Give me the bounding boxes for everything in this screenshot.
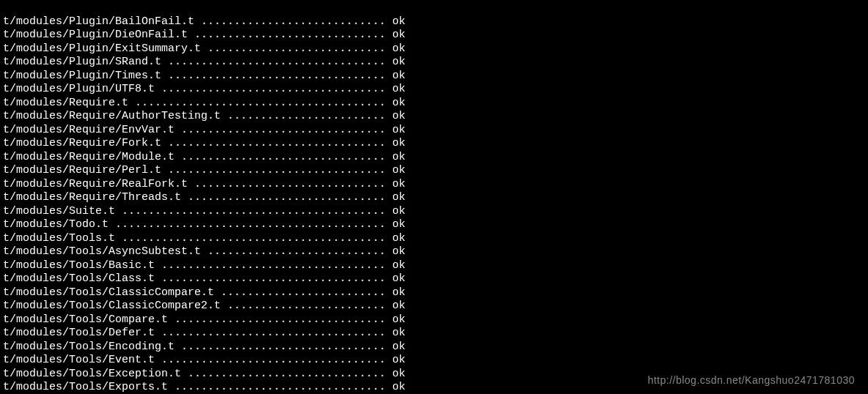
test-status: ok [392,381,405,393]
test-result-line: t/modules/Require/Module.t .............… [3,151,865,165]
dots-fill: ........................................ [115,205,392,218]
test-status: ok [392,354,405,366]
dots-fill: ............................. [188,178,392,190]
dots-fill: ................................ [168,381,392,393]
test-status: ok [392,83,405,95]
test-status: ok [392,313,405,326]
test-status: ok [392,272,405,285]
test-path: t/modules/Suite.t [3,205,115,218]
test-result-line: t/modules/Require/Threads.t ............… [3,191,865,205]
dots-fill: ........................ [221,110,392,122]
dots-fill: .................................. [155,354,392,366]
test-path: t/modules/Tools/ClassicCompare.t [3,286,214,299]
test-path: t/modules/Tools/Class.t [3,272,155,285]
test-status: ok [392,218,405,231]
test-path: t/modules/Require/Module.t [3,151,174,163]
test-result-line: t/modules/Plugin/DieOnFail.t ...........… [3,29,865,42]
test-path: t/modules/Tools/Encoding.t [3,341,174,353]
test-path: t/modules/Tools/Event.t [3,354,155,366]
dots-fill: ............................ [194,15,392,28]
test-status: ok [392,178,405,190]
test-path: t/modules/Plugin/SRand.t [3,56,161,68]
test-path: t/modules/Require/AuthorTesting.t [3,110,221,122]
test-path: t/modules/Tools.t [3,232,115,245]
test-status: ok [392,29,405,41]
dots-fill: ................................. [161,137,392,149]
test-status: ok [392,137,405,149]
test-result-line: t/modules/Require.t ....................… [3,97,865,111]
test-path: t/modules/Require/RealFork.t [3,178,188,190]
test-result-line: t/modules/Tools/Encoding.t .............… [3,341,865,354]
test-path: t/modules/Plugin/UTF8.t [3,83,155,95]
test-status: ok [392,56,405,68]
test-path: t/modules/Tools/ClassicCompare2.t [3,300,221,312]
test-result-line: t/modules/Require/EnvVar.t .............… [3,124,865,138]
dots-fill: ............................... [174,124,392,136]
watermark-text: http://blog.csdn.net/Kangshuo2471781030 [647,373,855,387]
test-status: ok [392,70,405,82]
test-result-line: t/modules/Plugin/UTF8.t ................… [3,83,865,97]
test-status: ok [392,368,405,380]
test-path: t/modules/Plugin/DieOnFail.t [3,29,188,41]
test-result-line: t/modules/Tools/ClassicCompare.t .......… [3,286,865,300]
test-result-line: t/modules/Plugin/SRand.t ...............… [3,56,865,70]
test-status: ok [392,245,405,258]
test-path: t/modules/Require/Fork.t [3,137,161,149]
test-path: t/modules/Tools/Defer.t [3,327,155,339]
dots-fill: ........................... [201,245,392,258]
test-path: t/modules/Plugin/ExitSummary.t [3,42,201,55]
test-result-line: t/modules/Tools/Class.t ................… [3,272,865,286]
test-result-line: t/modules/Tools/ClassicCompare2.t ......… [3,300,865,313]
dots-fill: ........................................ [115,232,392,245]
test-status: ok [392,97,405,109]
dots-fill: ................................. [161,56,392,68]
test-result-line: t/modules/Plugin/BailOnFail.t ..........… [3,15,865,29]
test-status: ok [392,124,405,136]
dots-fill: ........................ [221,300,392,312]
dots-fill: .................................. [155,272,392,285]
dots-fill: ................................. [161,70,392,82]
dots-fill: .................................. [155,259,392,272]
test-result-line: t/modules/Tools.t ......................… [3,232,865,246]
test-path: t/modules/Tools/Compare.t [3,313,168,326]
test-path: t/modules/Require/Threads.t [3,191,181,204]
test-status: ok [392,341,405,353]
test-result-line: t/modules/Tools/Basic.t ................… [3,259,865,273]
test-status: ok [392,151,405,163]
test-path: t/modules/Require/Perl.t [3,164,161,176]
dots-fill: ........................... [201,42,392,55]
test-status: ok [392,191,405,204]
test-result-line: t/modules/Plugin/Times.t ...............… [3,70,865,83]
dots-fill: ................................ [168,313,392,326]
test-status: ok [392,15,405,28]
test-path: t/modules/Require/EnvVar.t [3,124,174,136]
test-result-line: t/modules/Tools/Defer.t ................… [3,327,865,341]
terminal-output: t/modules/Plugin/BailOnFail.t ..........… [0,0,868,394]
dots-fill: .................................. [155,83,392,95]
test-result-line: t/modules/Tools/Event.t ................… [3,354,865,368]
test-status: ok [392,42,405,55]
test-path: t/modules/Tools/Exception.t [3,368,181,380]
test-result-line: t/modules/Require/Fork.t ...............… [3,137,865,151]
test-status: ok [392,286,405,299]
test-path: t/modules/Plugin/Times.t [3,70,161,82]
dots-fill: ......................... [214,286,392,299]
test-result-line: t/modules/Suite.t ......................… [3,205,865,219]
test-path: t/modules/Tools/AsyncSubtest.t [3,245,201,258]
test-result-line: t/modules/Plugin/ExitSummary.t .........… [3,42,865,56]
dots-fill: ...................................... [128,97,392,109]
test-path: t/modules/Tools/Basic.t [3,259,155,272]
test-path: t/modules/Require.t [3,97,128,109]
test-status: ok [392,110,405,122]
dots-fill: ............................... [174,341,392,353]
test-result-line: t/modules/Tools/Compare.t ..............… [3,313,865,327]
test-status: ok [392,300,405,312]
test-status: ok [392,259,405,272]
test-path: t/modules/Tools/Exports.t [3,381,168,393]
test-status: ok [392,205,405,218]
dots-fill: .................................. [155,327,392,339]
test-result-line: t/modules/Tools/AsyncSubtest.t .........… [3,245,865,259]
test-result-line: t/modules/Require/RealFork.t ...........… [3,178,865,192]
dots-fill: ................................. [161,164,392,176]
test-status: ok [392,164,405,176]
